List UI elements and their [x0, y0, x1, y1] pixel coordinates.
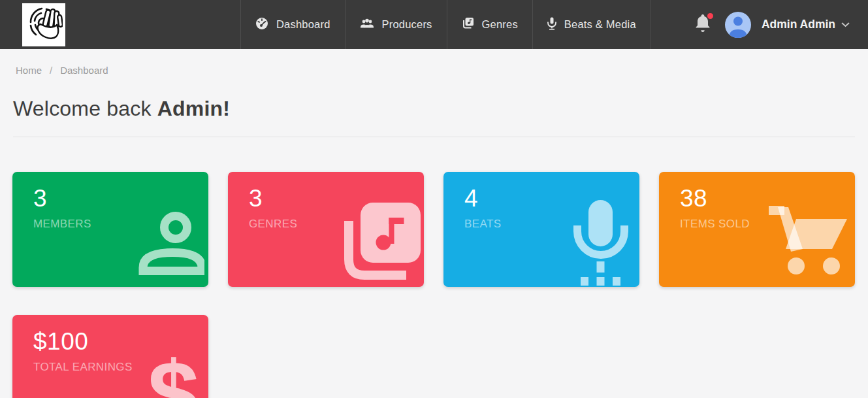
welcome-username: Admin!	[157, 97, 230, 120]
page-title: Welcome back Admin!	[13, 97, 855, 121]
music-library-icon	[462, 17, 474, 32]
stats-grid: 3 MEMBERS 3 GENRES	[0, 172, 868, 398]
stat-card-items-sold[interactable]: 38 ITEMS SOLD	[659, 172, 855, 287]
users-icon	[360, 18, 374, 32]
dollar-icon: $	[148, 348, 199, 398]
stat-card-members[interactable]: 3 MEMBERS	[12, 172, 208, 287]
nav-item-dashboard[interactable]: Dashboard	[241, 0, 346, 49]
stat-card-genres[interactable]: 3 GENRES	[228, 172, 424, 287]
stat-card-beats[interactable]: 4 BEATS	[443, 172, 639, 287]
breadcrumb-separator: /	[50, 65, 52, 76]
heading-divider	[13, 137, 855, 137]
chevron-down-icon[interactable]	[841, 22, 850, 27]
user-menu-name[interactable]: Admin Admin	[762, 18, 835, 31]
nav-label: Dashboard	[276, 18, 330, 31]
app-logo[interactable]	[22, 3, 65, 46]
top-navbar: Dashboard Producers	[0, 0, 868, 49]
avatar-person-icon	[725, 12, 751, 38]
navbar-right-cluster: Admin Admin	[695, 12, 850, 38]
dj-hand-vinyl-logo-icon	[25, 5, 63, 45]
nav-item-beats-media[interactable]: Beats & Media	[533, 0, 651, 49]
bell-icon	[695, 23, 711, 34]
member-person-icon	[138, 210, 204, 278]
breadcrumb-current: Dashboard	[60, 65, 108, 76]
welcome-prefix: Welcome back	[13, 97, 157, 120]
nav-label: Genres	[482, 18, 518, 31]
breadcrumb-home-link[interactable]: Home	[16, 65, 42, 76]
unread-notification-dot	[707, 13, 713, 19]
microphone-icon	[547, 17, 556, 33]
stat-value: 3	[33, 185, 208, 213]
nav-item-producers[interactable]: Producers	[346, 0, 447, 49]
nav-label: Producers	[382, 18, 432, 31]
main-nav: Dashboard Producers	[240, 0, 651, 49]
nav-item-genres[interactable]: Genres	[447, 0, 533, 49]
shopping-cart-icon	[769, 203, 848, 279]
stat-card-total-earnings[interactable]: $100 TOTAL EARNINGS $	[12, 315, 208, 398]
music-library-icon	[344, 201, 421, 283]
notifications-button[interactable]	[695, 14, 711, 35]
breadcrumb: Home / Dashboard	[0, 49, 868, 76]
gauge-icon	[255, 17, 268, 33]
nav-label: Beats & Media	[564, 18, 636, 31]
microphone-icon	[573, 199, 629, 287]
user-avatar[interactable]	[725, 12, 751, 38]
